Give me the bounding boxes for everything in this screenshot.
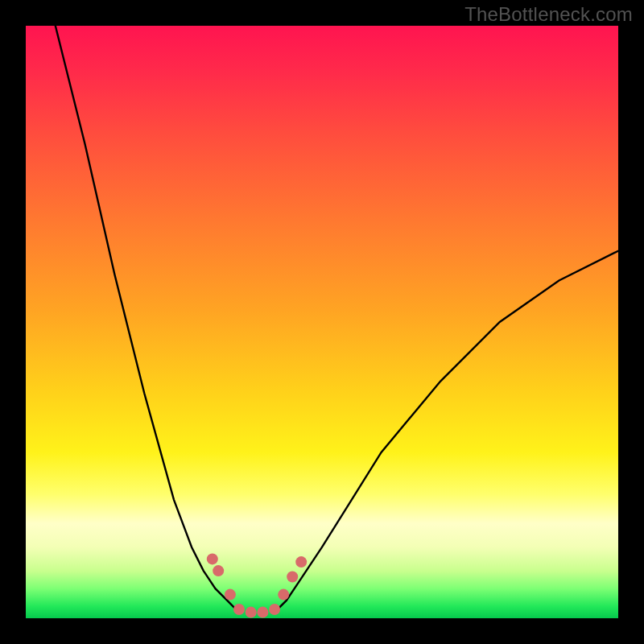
marker-dot <box>287 572 298 583</box>
marker-dot <box>269 604 280 615</box>
marker-dot <box>207 553 218 564</box>
marker-dot <box>225 589 236 601</box>
marker-dot <box>213 565 224 576</box>
marker-dot <box>257 607 268 618</box>
chart-frame: TheBottleneck.com <box>0 0 644 644</box>
curve-left-branch <box>56 26 239 613</box>
plot-area <box>26 26 618 618</box>
marker-dot <box>278 589 289 601</box>
marker-dot <box>295 556 307 568</box>
watermark-text: TheBottleneck.com <box>464 3 633 26</box>
curve-right-branch <box>275 251 618 613</box>
marker-group <box>207 553 307 617</box>
marker-dot <box>233 604 245 615</box>
curve-layer <box>26 26 618 618</box>
marker-dot <box>246 607 257 618</box>
